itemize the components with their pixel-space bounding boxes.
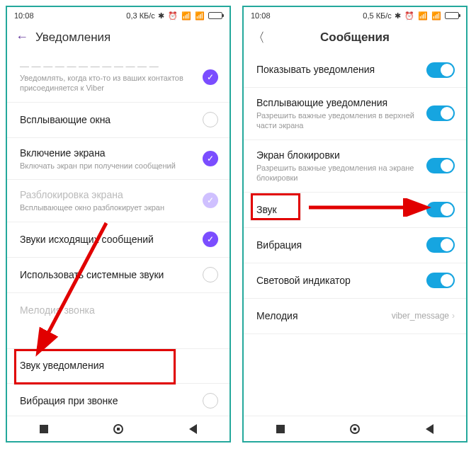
toggle-switch[interactable]: [426, 202, 455, 217]
phone-right: 10:08 0,5 КБ/с ✱ ⏰ 📶 📶 〈 Сообщения Показ…: [242, 6, 468, 443]
settings-list: Показывать уведомления Всплывающие уведо…: [244, 52, 466, 416]
battery-icon: [445, 12, 459, 19]
item-sub: Разрешить важные уведомления на экране б…: [256, 163, 419, 183]
item-unlock-screen: Разблокировка экрана Всплывающее окно ра…: [7, 180, 230, 222]
item-title: Мелодия звонка: [20, 304, 211, 316]
item-outgoing-sounds[interactable]: Звуки исходящих сообщений ✓: [7, 222, 230, 258]
item-system-sounds[interactable]: Использовать системные звуки: [7, 258, 230, 293]
item-sub: Разрешить важные уведомления в верхней ч…: [256, 110, 419, 131]
status-time: 10:08: [251, 11, 271, 20]
toggle-switch[interactable]: [426, 105, 455, 121]
nav-home-icon[interactable]: [113, 424, 123, 434]
item-title: Звук: [256, 203, 419, 216]
status-time: 10:08: [14, 11, 34, 20]
item-sound[interactable]: Звук: [244, 193, 466, 228]
toggle-switch[interactable]: [426, 273, 455, 288]
checkbox-icon: ✓: [203, 193, 218, 208]
item-sub: Всплывающее окно разблокирует экран: [20, 202, 196, 212]
item-lock-screen[interactable]: Экран блокировки Разрешить важные уведом…: [244, 140, 466, 193]
checkbox-icon[interactable]: [203, 112, 218, 127]
nav-recent-icon[interactable]: [40, 425, 48, 433]
toggle-switch[interactable]: [426, 62, 455, 78]
checkbox-icon[interactable]: [203, 267, 218, 282]
checkbox-icon[interactable]: [203, 393, 218, 409]
toggle-switch[interactable]: [426, 237, 455, 253]
status-icons: ✱ ⏰ 📶 📶: [395, 11, 442, 21]
item-led[interactable]: Световой индикатор: [244, 263, 466, 299]
item-title: Мелодия: [256, 309, 385, 322]
battery-icon: [208, 12, 222, 19]
item-title: Всплывающие уведомления: [256, 96, 419, 109]
nav-back-icon[interactable]: [426, 424, 434, 434]
item-vibrate-on-call[interactable]: Вибрация при звонке: [7, 384, 230, 416]
item-melody[interactable]: Мелодия viber_message ›: [244, 299, 466, 334]
item-title: Всплывающие окна: [20, 113, 196, 126]
page-title: Уведомления: [35, 30, 221, 45]
status-right: 0,5 КБ/с ✱ ⏰ 📶 📶: [363, 11, 459, 21]
item-vibration[interactable]: Вибрация: [244, 228, 466, 263]
status-net: 0,5 КБ/с: [363, 11, 392, 20]
item-title: Использовать системные звуки: [20, 268, 196, 281]
item-popup-notifications[interactable]: Всплывающие уведомления Разрешить важные…: [244, 88, 466, 140]
header: ← Уведомления: [7, 23, 230, 52]
item-popup-windows[interactable]: Всплывающие окна: [7, 103, 230, 138]
nav-recent-icon[interactable]: [276, 425, 285, 433]
status-right: 0,3 КБ/с ✱ ⏰ 📶 📶: [126, 11, 222, 21]
item-sub: Уведомлять, когда кто-то из ваших контак…: [20, 73, 196, 93]
item-sub: Включать экран при получении сообщений: [20, 161, 196, 171]
item-title: Показывать уведомления: [256, 63, 419, 76]
checkbox-icon[interactable]: ✓: [203, 69, 218, 85]
item-title: Включение экрана: [20, 147, 196, 159]
item-ringtone: Мелодия звонка: [7, 293, 230, 329]
toggle-switch[interactable]: [426, 158, 455, 173]
checkbox-icon[interactable]: ✓: [203, 232, 218, 247]
item-show-notifications[interactable]: Показывать уведомления: [244, 52, 466, 88]
item-title: Звук уведомления: [20, 359, 211, 372]
header: 〈 Сообщения: [244, 23, 466, 52]
back-icon[interactable]: ←: [16, 30, 35, 45]
checkbox-icon[interactable]: ✓: [203, 151, 218, 166]
item-title: Звуки исходящих сообщений: [20, 233, 196, 246]
item-title: Вибрация при звонке: [20, 394, 196, 407]
item-title: Экран блокировки: [256, 149, 419, 161]
chevron-right-icon: ›: [452, 311, 455, 321]
item-title-truncated: — — — — — — — — — — — —: [20, 61, 196, 72]
item-contact-joined[interactable]: — — — — — — — — — — — — Уведомлять, когд…: [7, 52, 230, 103]
item-title: Световой индикатор: [256, 274, 419, 287]
settings-list: — — — — — — — — — — — — Уведомлять, когд…: [7, 52, 230, 416]
item-value: viber_message: [392, 311, 449, 321]
phone-left: 10:08 0,3 КБ/с ✱ ⏰ 📶 📶 ← Уведомления — —…: [6, 6, 231, 443]
status-icons: ✱ ⏰ 📶 📶: [158, 11, 205, 21]
status-bar: 10:08 0,3 КБ/с ✱ ⏰ 📶 📶: [7, 7, 230, 23]
item-title: Разблокировка экрана: [20, 188, 196, 201]
status-net: 0,3 КБ/с: [126, 11, 155, 20]
nav-back-icon[interactable]: [189, 424, 197, 434]
android-navbar: [244, 416, 466, 441]
item-title: Вибрация: [256, 239, 419, 251]
page-title: Сообщения: [252, 30, 458, 45]
android-navbar: [7, 416, 230, 441]
nav-home-icon[interactable]: [350, 424, 360, 434]
item-screen-on[interactable]: Включение экрана Включать экран при полу…: [7, 138, 230, 180]
status-bar: 10:08 0,5 КБ/с ✱ ⏰ 📶 📶: [244, 7, 466, 23]
item-notification-sound[interactable]: Звук уведомления: [7, 348, 230, 384]
